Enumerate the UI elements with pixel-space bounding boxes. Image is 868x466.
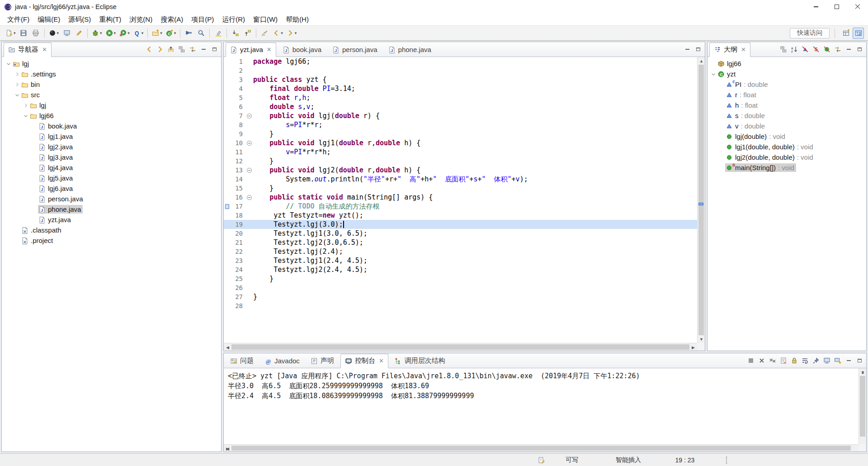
chevron-right-icon[interactable]: [22, 101, 29, 109]
fold-collapse-icon[interactable]: [247, 168, 252, 173]
terminate-button[interactable]: [746, 356, 756, 366]
fold-collapse-icon[interactable]: [247, 141, 252, 146]
nav-item-lgj1-java[interactable]: Jlgj1.java: [2, 131, 221, 142]
outline-item-yzt[interactable]: Cyzt: [708, 69, 866, 79]
code-line-6[interactable]: 6 double s,v;: [224, 102, 697, 111]
nav-item-phone-java[interactable]: Jphone.java: [2, 204, 221, 214]
code-line-10[interactable]: 10 public void lgj1(double r,double h) {: [224, 138, 697, 147]
remove-all-terminated-button[interactable]: [768, 356, 778, 366]
close-button[interactable]: [847, 0, 868, 14]
nav-item-person-java[interactable]: Jperson.java: [2, 194, 221, 204]
sort-button[interactable]: az: [789, 44, 799, 54]
chevron-down-icon[interactable]: [709, 70, 717, 78]
code-line-1[interactable]: 1package lgj66;: [224, 57, 697, 66]
code-line-2[interactable]: 2: [224, 66, 697, 75]
nav-item-yzt-java[interactable]: Jyzt.java: [2, 214, 221, 225]
code-line-20[interactable]: 20 Testyzt.lgj1(3.0, 6.5);: [224, 229, 697, 238]
nav-item-lgj4-java[interactable]: Jlgj4.java: [2, 162, 221, 173]
scroll-left-icon[interactable]: ◀: [224, 343, 231, 351]
outline-tab[interactable]: 大纲 ✕: [709, 43, 750, 57]
code-line-15[interactable]: 15 }: [224, 184, 697, 193]
hide-fields-button[interactable]: [800, 44, 810, 54]
word-wrap-button[interactable]: [800, 356, 810, 366]
editor-tab-person-java[interactable]: Jperson.java: [328, 43, 382, 57]
run-button[interactable]: ▾: [104, 28, 118, 39]
code-line-4[interactable]: 4 final double PI=3.14;: [224, 84, 697, 93]
outline-item-pi[interactable]: FPI : double: [708, 79, 866, 90]
back-button[interactable]: [144, 44, 154, 54]
maximize-editor-button[interactable]: [693, 44, 703, 54]
console-tab-调用层次结构[interactable]: 调用层次结构: [390, 354, 450, 368]
navigator-tab[interactable]: 导航器 ✕: [4, 43, 52, 57]
menu-source[interactable]: 源码(S): [64, 14, 95, 25]
java-search-button[interactable]: [183, 28, 194, 39]
minimize-button[interactable]: [806, 0, 826, 14]
scroll-lock-button[interactable]: [789, 356, 799, 366]
remove-launch-button[interactable]: [757, 356, 767, 366]
editor-tab-yzt-java[interactable]: Jyzt.java✕: [226, 43, 276, 57]
scrollbar-thumb[interactable]: [231, 446, 851, 451]
scroll-right-icon[interactable]: ▶: [224, 445, 231, 452]
outline-close-icon[interactable]: ✕: [741, 46, 746, 53]
maximize-view-button[interactable]: [854, 44, 864, 54]
back-button[interactable]: ▾: [271, 28, 284, 39]
maximize-view-button[interactable]: [209, 44, 219, 54]
menu-navigate[interactable]: 浏览(N): [125, 14, 156, 25]
fold-collapse-icon[interactable]: [247, 195, 252, 200]
minimize-view-button[interactable]: [198, 44, 208, 54]
menu-search[interactable]: 搜索(A): [156, 14, 187, 25]
scroll-down-icon[interactable]: ▼: [859, 368, 867, 376]
last-edit-location-button[interactable]: [259, 28, 270, 39]
nav-item-lgj66[interactable]: lgj66: [2, 110, 221, 121]
coverage-button[interactable]: ▾: [118, 28, 131, 39]
quick-access[interactable]: 快速访问: [790, 28, 830, 38]
editor-horizontal-scrollbar[interactable]: ◀ ▶: [224, 343, 697, 351]
menu-window[interactable]: 窗口(W): [249, 14, 282, 25]
scrollbar-thumb[interactable]: [860, 376, 865, 437]
editor-vertical-scrollbar[interactable]: ▲ ▼: [697, 57, 705, 343]
code-line-17[interactable]: 17 // TODO 自动生成的方法存根: [224, 202, 697, 211]
forward-button[interactable]: ▾: [285, 28, 298, 39]
menu-run[interactable]: 运行(R): [218, 14, 249, 25]
chevron-right-icon[interactable]: [13, 81, 21, 88]
code-line-3[interactable]: 3public class yzt {: [224, 75, 697, 84]
new-java-project-button[interactable]: ▾: [151, 28, 164, 39]
forward-button[interactable]: [155, 44, 165, 54]
console-tab-声明[interactable]: 声明: [306, 354, 339, 368]
code-line-16[interactable]: 16 public static void main(String[] args…: [224, 193, 697, 202]
console-tab-控制台[interactable]: 控制台✕: [340, 354, 388, 368]
print-button[interactable]: [30, 28, 42, 39]
menu-project[interactable]: 项目(P): [187, 14, 218, 25]
scrollbar-thumb[interactable]: [698, 65, 704, 335]
chevron-down-icon[interactable]: [13, 91, 21, 99]
code-line-26[interactable]: 26: [224, 283, 697, 292]
clear-console-button[interactable]: [778, 356, 788, 366]
editor-tab-book-java[interactable]: Jbook.java: [278, 43, 326, 57]
link-with-editor-button[interactable]: [188, 44, 198, 54]
maximize-view-button[interactable]: [854, 356, 864, 366]
search-button[interactable]: [195, 28, 207, 39]
nav-item-lgj2-java[interactable]: Jlgj2.java: [2, 142, 221, 152]
pin-console-button[interactable]: [811, 356, 821, 366]
scrollbar-thumb[interactable]: [231, 344, 689, 350]
nav-item-project[interactable]: .project: [2, 235, 221, 246]
mark-occurrences-button[interactable]: [212, 28, 224, 39]
code-line-14[interactable]: 14 System.out.println("半径"+r+" 高"+h+" 底面…: [224, 175, 697, 184]
next-annotation-button[interactable]: [230, 28, 241, 39]
new-button[interactable]: ▾: [4, 28, 17, 39]
open-perspective-button[interactable]: [840, 28, 852, 39]
outline-item-v[interactable]: v : double: [708, 121, 866, 131]
todo-overview-marker[interactable]: [698, 203, 703, 205]
fold-collapse-icon[interactable]: [247, 114, 252, 119]
navigator-close-icon[interactable]: ✕: [42, 46, 47, 53]
code-line-22[interactable]: 22 Testyzt.lgj(2.4);: [224, 247, 697, 256]
nav-item-lgj[interactable]: lgj: [2, 58, 221, 69]
menu-edit[interactable]: 编辑(E): [33, 14, 64, 25]
java-perspective-button[interactable]: J: [853, 28, 864, 39]
code-editor[interactable]: 1package lgj66;23public class yzt {4 fin…: [224, 57, 697, 343]
hide-static-button[interactable]: S: [811, 44, 821, 54]
code-line-18[interactable]: 18 yzt Testyzt=new yzt();: [224, 211, 697, 220]
editor-tab-phone-java[interactable]: Jphone.java: [384, 43, 436, 57]
outline-item-h[interactable]: h : float: [708, 100, 866, 110]
new-class-button[interactable]: C▾: [165, 28, 178, 39]
